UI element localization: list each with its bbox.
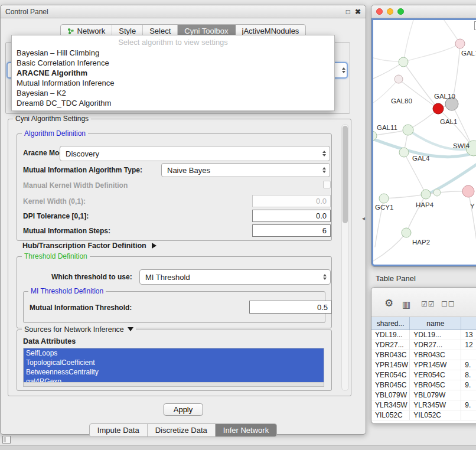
table-cell[interactable]: YBR045C [371, 380, 410, 390]
horizontal-scrollbar[interactable] [24, 382, 324, 386]
minimize-traffic-icon[interactable] [387, 8, 393, 15]
gear-icon[interactable]: ⚙ [384, 299, 393, 308]
table-cell[interactable]: YLR345W [410, 400, 461, 410]
table-row[interactable]: YPR145WYPR145W9. [371, 360, 476, 370]
table-row[interactable]: YER054CYER054C8. [371, 370, 476, 380]
hub-definition-toggle[interactable]: Hub/Transcription Factor Definition [22, 242, 157, 250]
table-row[interactable]: YBR043CYBR043C [371, 350, 476, 360]
table-cell[interactable]: YER054C [410, 370, 461, 380]
network-node[interactable] [433, 189, 441, 196]
close-icon[interactable]: ✖ [355, 8, 361, 16]
table-cell[interactable]: YBL079W [371, 390, 410, 400]
network-node-label: GAL80 [391, 97, 412, 105]
table-cell[interactable]: 9. [461, 400, 476, 410]
table-cell[interactable]: YBL079W [410, 390, 461, 400]
table-cell[interactable] [461, 350, 476, 360]
collapse-down-icon[interactable] [128, 327, 133, 331]
expand-right-icon[interactable] [152, 243, 157, 249]
network-node[interactable] [421, 190, 431, 199]
table-cell[interactable]: YDL19... [410, 330, 461, 340]
settings-scrollbar[interactable] [341, 124, 349, 391]
data-attribute-item[interactable]: SelfLoops [24, 348, 324, 358]
network-node[interactable] [399, 148, 409, 157]
table-cell[interactable]: YDL19... [371, 330, 410, 340]
control-panel-titlebar[interactable]: Control Panel □ ✖ [1, 5, 366, 18]
network-edge [373, 233, 406, 261]
table-row[interactable]: YIL052CYIL052C [371, 410, 476, 420]
table-cell[interactable] [461, 390, 476, 400]
table-cell[interactable]: 9. [461, 380, 476, 390]
float-window-icon[interactable]: □ [346, 8, 350, 16]
network-node[interactable] [379, 194, 389, 203]
network-node[interactable] [433, 103, 444, 114]
table-cell[interactable]: YIL052C [371, 410, 410, 420]
table-row[interactable]: YDL19...YDL19...13 [371, 330, 476, 340]
column-header[interactable]: name [410, 317, 461, 330]
mi-type-select[interactable]: Naive Bayes [161, 163, 330, 177]
table-row[interactable]: YBL079WYBL079W [371, 390, 476, 400]
table-cell[interactable]: YPR145W [410, 360, 461, 370]
columns-icon[interactable]: ▥ [402, 300, 410, 309]
zoom-traffic-icon[interactable] [397, 8, 404, 15]
table-cell[interactable]: 13 [461, 330, 476, 340]
network-edge [406, 194, 426, 233]
table-row[interactable]: YBR045CYBR045C9. [371, 380, 476, 390]
aracne-mode-value: Discovery [66, 149, 99, 158]
network-node[interactable] [395, 75, 403, 83]
tab-label: Network [77, 27, 106, 35]
network-node[interactable] [402, 228, 411, 237]
tab-impute-data[interactable]: Impute Data [90, 424, 148, 436]
aracne-mode-select[interactable]: Discovery [60, 146, 330, 161]
table-row[interactable]: YLR345WYLR345W9. [371, 400, 476, 410]
which-threshold-select[interactable]: MI Threshold [139, 269, 331, 285]
network-node[interactable] [399, 57, 408, 67]
network-window-titlebar[interactable] [371, 5, 476, 18]
table-cell[interactable] [461, 410, 476, 420]
apply-button[interactable]: Apply [164, 403, 203, 416]
table-cell[interactable]: YPR145W [371, 360, 410, 370]
algorithm-option[interactable]: ARACNE Algorithm [12, 68, 334, 78]
algorithm-option[interactable]: Dream8 DC_TDC Algorithm [12, 98, 334, 108]
column-header[interactable] [461, 317, 476, 330]
data-attribute-item[interactable]: TopologicalCoefficient [24, 358, 324, 367]
mi-steps-field[interactable]: 6 [252, 224, 331, 237]
close-traffic-icon[interactable] [376, 8, 383, 15]
tab-discretize-data[interactable]: Discretize Data [148, 424, 216, 436]
column-header[interactable]: shared... [371, 317, 410, 330]
network-node[interactable] [403, 125, 413, 135]
scrollbar-thumb[interactable] [343, 126, 348, 223]
table-cell[interactable]: YDR27... [371, 340, 410, 350]
splitter-collapse-arrow[interactable]: ◂ [362, 215, 365, 221]
sources-title[interactable]: Sources for Network Inference [22, 325, 136, 334]
panel-toggle-icon[interactable] [2, 436, 11, 444]
table-cell[interactable]: YBR043C [410, 350, 461, 360]
clear-all-checkboxes-icon[interactable]: ☐☐ [441, 300, 455, 309]
network-canvas[interactable]: GAL7GAL80GAL10GAL11GAL1SWI4GAL4GCY1HAP4Y… [371, 18, 476, 266]
algorithm-option[interactable]: Bayesian – K2 [12, 88, 334, 98]
table-cell[interactable]: YIL052C [410, 410, 461, 420]
manual-kernel-checkbox[interactable] [323, 181, 331, 188]
table-cell[interactable]: YDR27... [410, 340, 461, 350]
table-row[interactable]: YDR27...YDR27...12 [371, 340, 476, 350]
network-node[interactable] [455, 39, 465, 48]
table-cell[interactable]: 12 [461, 340, 476, 350]
algorithm-option[interactable]: Bayesian – Hill Climbing [12, 48, 334, 58]
tab-infer-network[interactable]: Infer Network [216, 424, 276, 436]
algorithm-option[interactable]: Mutual Information Inference [12, 78, 334, 88]
tab-label: Style [119, 27, 136, 35]
table-cell[interactable]: YBR043C [371, 350, 410, 360]
algorithm-option[interactable]: Basic Correlation Inference [12, 58, 334, 68]
mi-threshold-field[interactable]: 0.5 [249, 301, 332, 314]
data-attributes-list[interactable]: SelfLoopsTopologicalCoefficientBetweenne… [23, 348, 324, 387]
kernel-width-field[interactable]: 0.0 [252, 195, 331, 207]
table-cell[interactable]: YER054C [371, 370, 410, 380]
table-cell[interactable]: 8. [461, 370, 476, 380]
table-cell[interactable]: 9. [461, 360, 476, 370]
network-node[interactable] [462, 185, 474, 197]
dpi-tolerance-field[interactable]: 0.0 [252, 210, 331, 222]
table-cell[interactable]: YLR345W [371, 400, 410, 410]
data-attribute-item[interactable]: BetweennessCentrality [24, 367, 324, 377]
table-cell[interactable]: YBR045C [410, 380, 461, 390]
mi-threshold-label: Mutual Information Threshold: [30, 304, 132, 312]
select-all-checkboxes-icon[interactable]: ☑☑ [421, 300, 435, 309]
